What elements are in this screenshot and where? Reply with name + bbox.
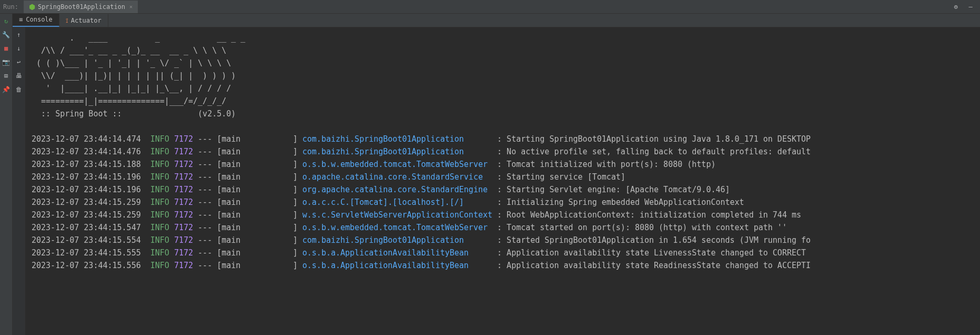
content-area: ≡ Console ⟟ Actuator ↑ ↓ ↩ 🖶 🗑 . ____ _ … (13, 14, 980, 335)
console-tab[interactable]: ≡ Console (13, 14, 59, 27)
run-config-name: SpringBoot01Application (38, 3, 125, 11)
gear-icon[interactable]: ⚙ (952, 3, 960, 11)
minimize-icon[interactable]: — (966, 3, 975, 11)
rerun-icon[interactable]: ↻ (2, 17, 11, 25)
stop-icon[interactable]: ■ (2, 44, 11, 53)
layout-icon[interactable]: ⊞ (2, 72, 11, 80)
console-tab-icon: ≡ (19, 16, 23, 23)
top-bar: Run: ⬢ SpringBoot01Application ✕ ⚙ — (0, 0, 980, 14)
console-output[interactable]: . ____ _ __ _ _ /\\ / ___'_ __ _ _(_)_ _… (25, 27, 980, 335)
main-container: ↻ 🔧 ■ 📷 ⊞ 📌 ≡ Console ⟟ Actuator ↑ ↓ ↩ 🖶… (0, 14, 980, 335)
hammer-icon[interactable]: 🔧 (2, 31, 11, 39)
scroll-up-icon[interactable]: ↑ (15, 31, 23, 39)
actuator-tab-icon: ⟟ (66, 17, 68, 24)
pin-icon[interactable]: 📌 (2, 85, 11, 94)
console-tab-label: Console (26, 16, 53, 23)
console-area: ↑ ↓ ↩ 🖶 🗑 . ____ _ __ _ _ /\\ / ___'_ __… (13, 27, 980, 335)
actuator-tab[interactable]: ⟟ Actuator (59, 14, 108, 27)
console-tabs: ≡ Console ⟟ Actuator (13, 14, 980, 27)
run-label: Run: (3, 3, 18, 11)
top-right-icons: ⚙ — (952, 3, 980, 11)
print-icon[interactable]: 🖶 (15, 72, 23, 80)
spring-boot-icon: ⬢ (29, 3, 35, 11)
close-icon[interactable]: ✕ (129, 4, 133, 9)
delete-icon[interactable]: 🗑 (15, 85, 23, 94)
run-toolbar: ↻ 🔧 ■ 📷 ⊞ 📌 (0, 14, 13, 335)
camera-icon[interactable]: 📷 (2, 58, 11, 66)
scroll-down-icon[interactable]: ↓ (15, 44, 23, 53)
actuator-tab-label: Actuator (71, 17, 102, 24)
soft-wrap-icon[interactable]: ↩ (15, 58, 23, 66)
run-config-tab[interactable]: ⬢ SpringBoot01Application ✕ (24, 1, 138, 13)
console-toolbar: ↑ ↓ ↩ 🖶 🗑 (13, 27, 25, 335)
